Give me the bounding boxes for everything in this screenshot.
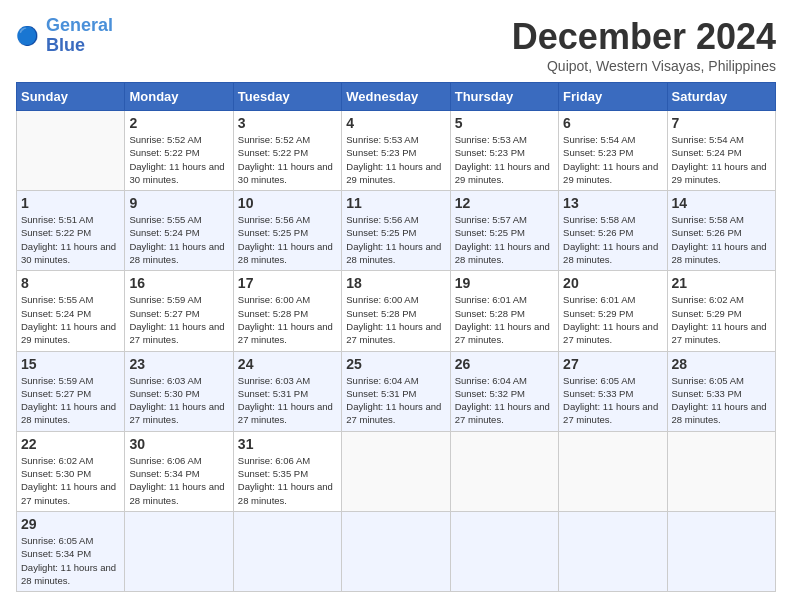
weekday-header: Friday — [559, 83, 667, 111]
day-number: 20 — [563, 275, 662, 291]
calendar-cell — [559, 431, 667, 511]
day-number: 1 — [21, 195, 120, 211]
calendar-week-row: 1 Sunrise: 5:51 AMSunset: 5:22 PMDayligh… — [17, 191, 776, 271]
day-info: Sunrise: 6:01 AMSunset: 5:28 PMDaylight:… — [455, 293, 554, 346]
calendar-cell: 18 Sunrise: 6:00 AMSunset: 5:28 PMDaylig… — [342, 271, 450, 351]
calendar-cell — [17, 111, 125, 191]
day-info: Sunrise: 6:06 AMSunset: 5:35 PMDaylight:… — [238, 454, 337, 507]
calendar-cell — [233, 511, 341, 591]
day-number: 4 — [346, 115, 445, 131]
calendar-cell: 2 Sunrise: 5:52 AMSunset: 5:22 PMDayligh… — [125, 111, 233, 191]
day-number: 30 — [129, 436, 228, 452]
calendar-cell: 17 Sunrise: 6:00 AMSunset: 5:28 PMDaylig… — [233, 271, 341, 351]
day-info: Sunrise: 6:00 AMSunset: 5:28 PMDaylight:… — [346, 293, 445, 346]
day-info: Sunrise: 5:54 AMSunset: 5:23 PMDaylight:… — [563, 133, 662, 186]
calendar-cell: 14 Sunrise: 5:58 AMSunset: 5:26 PMDaylig… — [667, 191, 775, 271]
weekday-header: Tuesday — [233, 83, 341, 111]
calendar-cell: 23 Sunrise: 6:03 AMSunset: 5:30 PMDaylig… — [125, 351, 233, 431]
day-info: Sunrise: 6:06 AMSunset: 5:34 PMDaylight:… — [129, 454, 228, 507]
day-number: 14 — [672, 195, 771, 211]
day-number: 6 — [563, 115, 662, 131]
calendar-cell: 12 Sunrise: 5:57 AMSunset: 5:25 PMDaylig… — [450, 191, 558, 271]
calendar-week-row: 2 Sunrise: 5:52 AMSunset: 5:22 PMDayligh… — [17, 111, 776, 191]
day-info: Sunrise: 6:05 AMSunset: 5:34 PMDaylight:… — [21, 534, 120, 587]
day-info: Sunrise: 5:59 AMSunset: 5:27 PMDaylight:… — [21, 374, 120, 427]
calendar-cell: 1 Sunrise: 5:51 AMSunset: 5:22 PMDayligh… — [17, 191, 125, 271]
calendar-cell: 25 Sunrise: 6:04 AMSunset: 5:31 PMDaylig… — [342, 351, 450, 431]
day-number: 22 — [21, 436, 120, 452]
calendar-cell: 3 Sunrise: 5:52 AMSunset: 5:22 PMDayligh… — [233, 111, 341, 191]
calendar-cell: 8 Sunrise: 5:55 AMSunset: 5:24 PMDayligh… — [17, 271, 125, 351]
calendar-cell — [667, 431, 775, 511]
day-info: Sunrise: 6:00 AMSunset: 5:28 PMDaylight:… — [238, 293, 337, 346]
day-info: Sunrise: 6:03 AMSunset: 5:31 PMDaylight:… — [238, 374, 337, 427]
day-number: 3 — [238, 115, 337, 131]
day-info: Sunrise: 5:52 AMSunset: 5:22 PMDaylight:… — [238, 133, 337, 186]
weekday-header: Wednesday — [342, 83, 450, 111]
calendar-cell: 9 Sunrise: 5:55 AMSunset: 5:24 PMDayligh… — [125, 191, 233, 271]
calendar-week-row: 15 Sunrise: 5:59 AMSunset: 5:27 PMDaylig… — [17, 351, 776, 431]
day-number: 17 — [238, 275, 337, 291]
day-number: 23 — [129, 356, 228, 372]
day-info: Sunrise: 5:54 AMSunset: 5:24 PMDaylight:… — [672, 133, 771, 186]
calendar-cell: 31 Sunrise: 6:06 AMSunset: 5:35 PMDaylig… — [233, 431, 341, 511]
weekday-header: Monday — [125, 83, 233, 111]
calendar-cell: 6 Sunrise: 5:54 AMSunset: 5:23 PMDayligh… — [559, 111, 667, 191]
weekday-header-row: SundayMondayTuesdayWednesdayThursdayFrid… — [17, 83, 776, 111]
weekday-header: Saturday — [667, 83, 775, 111]
day-info: Sunrise: 6:05 AMSunset: 5:33 PMDaylight:… — [563, 374, 662, 427]
month-title: December 2024 — [512, 16, 776, 58]
calendar-cell: 16 Sunrise: 5:59 AMSunset: 5:27 PMDaylig… — [125, 271, 233, 351]
calendar-cell — [559, 511, 667, 591]
day-number: 2 — [129, 115, 228, 131]
day-number: 10 — [238, 195, 337, 211]
day-number: 27 — [563, 356, 662, 372]
calendar-week-row: 29 Sunrise: 6:05 AMSunset: 5:34 PMDaylig… — [17, 511, 776, 591]
calendar-cell: 11 Sunrise: 5:56 AMSunset: 5:25 PMDaylig… — [342, 191, 450, 271]
day-info: Sunrise: 5:51 AMSunset: 5:22 PMDaylight:… — [21, 213, 120, 266]
calendar-cell: 10 Sunrise: 5:56 AMSunset: 5:25 PMDaylig… — [233, 191, 341, 271]
day-info: Sunrise: 6:03 AMSunset: 5:30 PMDaylight:… — [129, 374, 228, 427]
calendar-cell: 24 Sunrise: 6:03 AMSunset: 5:31 PMDaylig… — [233, 351, 341, 431]
header: 🔵 GeneralBlue December 2024 Quipot, West… — [16, 16, 776, 74]
calendar-week-row: 22 Sunrise: 6:02 AMSunset: 5:30 PMDaylig… — [17, 431, 776, 511]
day-number: 13 — [563, 195, 662, 211]
day-info: Sunrise: 5:59 AMSunset: 5:27 PMDaylight:… — [129, 293, 228, 346]
calendar-cell: 21 Sunrise: 6:02 AMSunset: 5:29 PMDaylig… — [667, 271, 775, 351]
day-number: 25 — [346, 356, 445, 372]
day-info: Sunrise: 6:05 AMSunset: 5:33 PMDaylight:… — [672, 374, 771, 427]
day-info: Sunrise: 6:02 AMSunset: 5:29 PMDaylight:… — [672, 293, 771, 346]
day-number: 7 — [672, 115, 771, 131]
location-title: Quipot, Western Visayas, Philippines — [512, 58, 776, 74]
day-number: 21 — [672, 275, 771, 291]
calendar-cell — [450, 431, 558, 511]
logo: 🔵 GeneralBlue — [16, 16, 113, 56]
calendar-cell: 30 Sunrise: 6:06 AMSunset: 5:34 PMDaylig… — [125, 431, 233, 511]
day-info: Sunrise: 6:02 AMSunset: 5:30 PMDaylight:… — [21, 454, 120, 507]
day-number: 12 — [455, 195, 554, 211]
day-info: Sunrise: 6:04 AMSunset: 5:31 PMDaylight:… — [346, 374, 445, 427]
day-info: Sunrise: 5:58 AMSunset: 5:26 PMDaylight:… — [563, 213, 662, 266]
day-number: 8 — [21, 275, 120, 291]
calendar-cell: 26 Sunrise: 6:04 AMSunset: 5:32 PMDaylig… — [450, 351, 558, 431]
day-info: Sunrise: 5:58 AMSunset: 5:26 PMDaylight:… — [672, 213, 771, 266]
calendar-cell: 15 Sunrise: 5:59 AMSunset: 5:27 PMDaylig… — [17, 351, 125, 431]
weekday-header: Thursday — [450, 83, 558, 111]
day-number: 18 — [346, 275, 445, 291]
svg-text:🔵: 🔵 — [16, 24, 39, 46]
calendar-week-row: 8 Sunrise: 5:55 AMSunset: 5:24 PMDayligh… — [17, 271, 776, 351]
day-info: Sunrise: 5:55 AMSunset: 5:24 PMDaylight:… — [129, 213, 228, 266]
calendar-cell: 28 Sunrise: 6:05 AMSunset: 5:33 PMDaylig… — [667, 351, 775, 431]
title-block: December 2024 Quipot, Western Visayas, P… — [512, 16, 776, 74]
calendar-cell: 20 Sunrise: 6:01 AMSunset: 5:29 PMDaylig… — [559, 271, 667, 351]
day-number: 29 — [21, 516, 120, 532]
day-info: Sunrise: 5:56 AMSunset: 5:25 PMDaylight:… — [346, 213, 445, 266]
day-number: 26 — [455, 356, 554, 372]
calendar-cell: 4 Sunrise: 5:53 AMSunset: 5:23 PMDayligh… — [342, 111, 450, 191]
calendar-table: SundayMondayTuesdayWednesdayThursdayFrid… — [16, 82, 776, 592]
day-number: 19 — [455, 275, 554, 291]
calendar-cell: 13 Sunrise: 5:58 AMSunset: 5:26 PMDaylig… — [559, 191, 667, 271]
day-number: 15 — [21, 356, 120, 372]
day-info: Sunrise: 5:57 AMSunset: 5:25 PMDaylight:… — [455, 213, 554, 266]
day-info: Sunrise: 5:53 AMSunset: 5:23 PMDaylight:… — [455, 133, 554, 186]
